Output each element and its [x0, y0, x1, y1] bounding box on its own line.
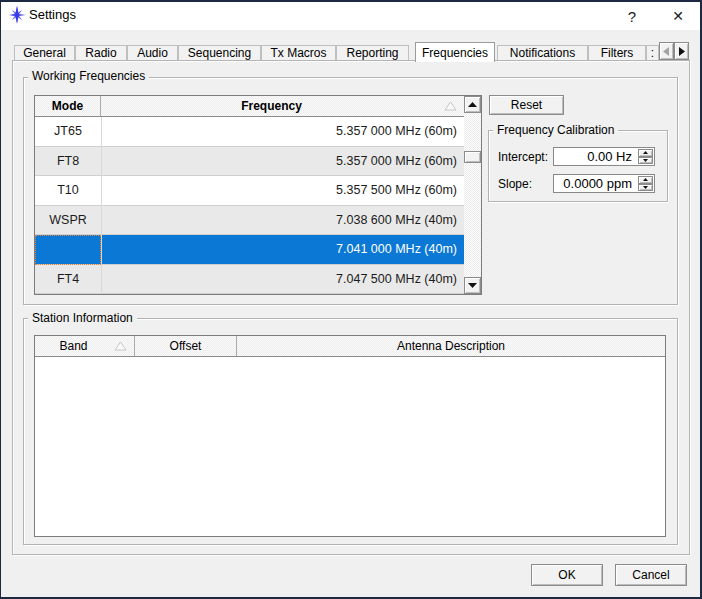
arrow-up-icon: [468, 102, 477, 107]
tab-general[interactable]: General: [14, 45, 75, 60]
spin-down-icon: [643, 159, 648, 162]
intercept-label: Intercept:: [498, 150, 548, 164]
titlebar[interactable]: [1, 2, 700, 30]
tab-label: Filters: [601, 46, 634, 60]
frequencies-table[interactable]: Mode Frequency JT655.357 000 MHz (60m)FT…: [34, 95, 482, 295]
frequency-row[interactable]: T105.357 500 MHz (60m): [35, 176, 464, 206]
slope-label: Slope:: [498, 177, 532, 191]
tab-frequencies[interactable]: Frequencies: [415, 42, 495, 62]
column-header-band-label: Band: [59, 339, 87, 353]
reset-button[interactable]: Reset: [489, 95, 564, 115]
spin-up-icon: [643, 151, 648, 154]
frequency-cell[interactable]: 7.038 600 MHz (40m): [101, 206, 464, 235]
cancel-button[interactable]: Cancel: [615, 564, 687, 586]
arrow-down-icon: [468, 283, 477, 288]
tab-label: Frequencies: [422, 46, 488, 60]
scroll-down-button[interactable]: [464, 277, 481, 294]
frequency-calibration-title: Frequency Calibration: [493, 124, 618, 137]
spin-up-icon: [643, 178, 648, 181]
arrow-left-icon: [663, 47, 670, 56]
column-separator: [101, 117, 102, 294]
close-button[interactable]: ✕: [656, 2, 700, 30]
slope-spin-down-button[interactable]: [638, 184, 653, 192]
column-header-mode[interactable]: Mode: [35, 96, 101, 116]
tab-sequencing[interactable]: Sequencing: [178, 45, 261, 60]
frequency-cell[interactable]: 5.357 000 MHz (60m): [101, 147, 464, 176]
tab-label: Reporting: [346, 46, 398, 60]
frequency-row[interactable]: FT85.357 000 MHz (60m): [35, 147, 464, 177]
column-header-frequency-label: Frequency: [241, 99, 302, 113]
tab-label: Sequencing: [188, 46, 251, 60]
frequency-cell[interactable]: 7.047 500 MHz (40m): [101, 265, 464, 294]
tab-scroll-left-button[interactable]: [659, 42, 674, 60]
station-table-header: Band Offset Antenna Description: [35, 336, 665, 357]
intercept-spin-down-button[interactable]: [638, 157, 653, 165]
tab-tx-macros[interactable]: Tx Macros: [261, 45, 336, 60]
column-header-antenna[interactable]: Antenna Description: [237, 336, 665, 356]
tab-label: Notifications: [510, 46, 575, 60]
mode-cell[interactable]: FT4: [35, 265, 101, 294]
frequency-cell[interactable]: 5.357 500 MHz (60m): [101, 176, 464, 205]
intercept-value[interactable]: 0.00 Hz: [554, 148, 637, 165]
tab-label: Tx Macros: [270, 46, 326, 60]
tab-reporting[interactable]: Reporting: [336, 45, 409, 60]
frequency-row[interactable]: JT655.357 000 MHz (60m): [35, 117, 464, 147]
frequency-cell[interactable]: 7.041 000 MHz (40m): [101, 235, 464, 264]
column-header-band[interactable]: Band: [35, 336, 135, 356]
mode-cell[interactable]: FT8: [35, 147, 101, 176]
frequencies-table-header: Mode Frequency: [35, 96, 464, 117]
focused-cell[interactable]: [35, 235, 101, 265]
mode-cell[interactable]: T10: [35, 176, 101, 205]
working-frequencies-title: Working Frequencies: [28, 70, 149, 83]
tab-notifications[interactable]: Notifications: [497, 45, 588, 60]
column-header-offset-label: Offset: [170, 339, 202, 353]
settings-dialog: Settings ? ✕ GeneralRadioAudioSequencing…: [0, 0, 702, 599]
tab-audio[interactable]: Audio: [127, 45, 178, 60]
frequency-row[interactable]: WSPR7.038 600 MHz (40m): [35, 206, 464, 236]
help-button[interactable]: ?: [610, 2, 654, 30]
tab-radio[interactable]: Radio: [75, 45, 127, 60]
slope-value[interactable]: 0.0000 ppm: [554, 175, 637, 192]
scroll-thumb[interactable]: [464, 151, 481, 163]
tab-label: General: [23, 46, 66, 60]
tab--[interactable]: :: [646, 45, 659, 60]
tab-filters[interactable]: Filters: [588, 45, 646, 60]
sort-ascending-icon: [444, 101, 457, 111]
slope-spinbox[interactable]: 0.0000 ppm: [553, 174, 655, 193]
app-icon: [9, 6, 26, 24]
tab-label: Radio: [85, 46, 116, 60]
station-information-table[interactable]: Band Offset Antenna Description: [34, 335, 666, 537]
window-title: Settings: [29, 6, 76, 24]
vertical-scrollbar[interactable]: [464, 96, 481, 294]
spin-down-icon: [643, 186, 648, 189]
intercept-spin-up-button[interactable]: [638, 149, 653, 157]
mode-cell[interactable]: JT65: [35, 117, 101, 146]
scroll-up-button[interactable]: [464, 96, 481, 113]
tab-scroll-right-button[interactable]: [674, 42, 689, 60]
arrow-right-icon: [678, 47, 685, 56]
station-information-title: Station Information: [28, 312, 137, 325]
column-header-offset[interactable]: Offset: [135, 336, 237, 356]
sort-ascending-icon: [114, 341, 127, 351]
intercept-spinbox[interactable]: 0.00 Hz: [553, 147, 655, 166]
column-header-frequency[interactable]: Frequency: [101, 96, 464, 116]
frequency-cell[interactable]: 5.357 000 MHz (60m): [101, 117, 464, 146]
ok-button[interactable]: OK: [531, 564, 603, 586]
tab-label: :: [651, 46, 654, 60]
column-header-antenna-label: Antenna Description: [397, 339, 505, 353]
tab-label: Audio: [137, 46, 168, 60]
slope-spin-up-button[interactable]: [638, 176, 653, 184]
column-header-mode-label: Mode: [52, 99, 83, 113]
frequency-row[interactable]: FT47.047 500 MHz (40m): [35, 265, 464, 295]
mode-cell[interactable]: WSPR: [35, 206, 101, 235]
